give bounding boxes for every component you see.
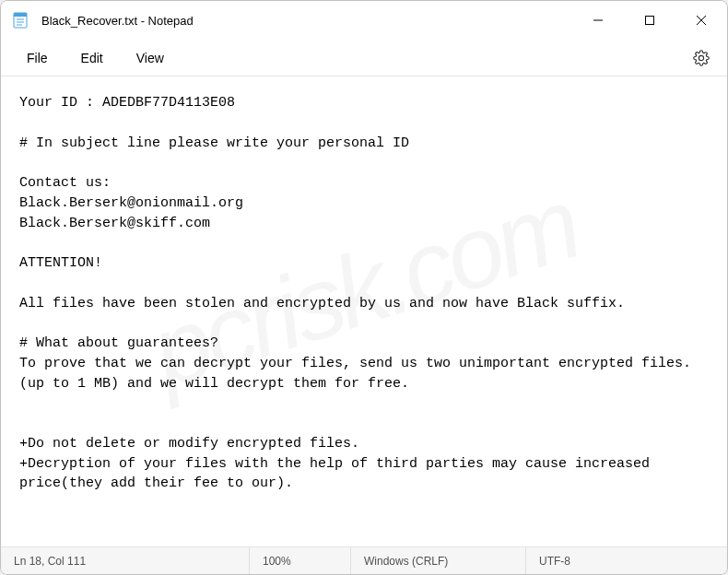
status-zoom: 100% xyxy=(250,547,351,574)
menubar: File Edit View xyxy=(1,40,727,76)
svg-rect-1 xyxy=(14,13,27,17)
gear-icon xyxy=(693,50,710,66)
menu-file[interactable]: File xyxy=(10,45,65,71)
window-controls xyxy=(572,1,727,40)
maximize-button[interactable] xyxy=(624,1,675,40)
status-encoding: UTF-8 xyxy=(526,547,727,574)
titlebar[interactable]: Black_Recover.txt - Notepad xyxy=(1,1,727,40)
svg-rect-6 xyxy=(646,17,654,25)
menu-edit[interactable]: Edit xyxy=(65,45,120,71)
minimize-button[interactable] xyxy=(572,1,624,40)
statusbar: Ln 18, Col 111 100% Windows (CRLF) UTF-8 xyxy=(1,546,727,574)
settings-button[interactable] xyxy=(685,41,718,75)
window-title: Black_Recover.txt - Notepad xyxy=(41,14,572,28)
notepad-window: pcrisk.com Black_Recover.txt - Notepad xyxy=(0,0,728,575)
notepad-icon xyxy=(12,12,29,29)
close-button[interactable] xyxy=(675,1,727,40)
text-area[interactable]: Your ID : ADEDBF77D4113E08 # In subject … xyxy=(1,76,727,546)
menu-view[interactable]: View xyxy=(120,45,181,71)
status-position: Ln 18, Col 111 xyxy=(1,547,250,574)
status-eol: Windows (CRLF) xyxy=(351,547,526,574)
